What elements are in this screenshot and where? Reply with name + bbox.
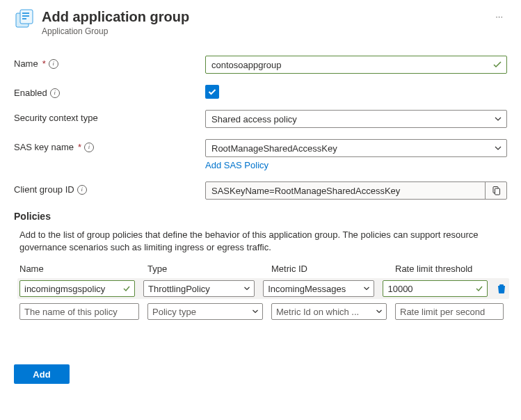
svg-rect-4 (22, 18, 26, 19)
policy-metric-select[interactable] (271, 303, 387, 320)
enabled-label: Enabled i (14, 85, 205, 98)
add-sas-policy-link[interactable]: Add SAS Policy (205, 160, 268, 170)
name-input[interactable]: contosoappgroup (205, 56, 507, 74)
check-icon (492, 60, 502, 70)
col-metric: Metric ID (271, 264, 387, 274)
blade-header: Add application group Application Group … (14, 8, 507, 36)
security-context-type-select[interactable]: Shared access policy (205, 110, 507, 128)
enabled-checkbox[interactable] (205, 85, 219, 99)
name-label: Name* i (14, 56, 205, 69)
header-more-button[interactable]: ··· (491, 8, 507, 24)
col-rate: Rate limit threshold (395, 264, 504, 274)
copy-button[interactable] (485, 182, 506, 199)
info-icon[interactable]: i (77, 185, 87, 195)
delete-icon[interactable] (496, 283, 507, 294)
info-icon[interactable]: i (49, 59, 58, 69)
info-icon[interactable]: i (84, 143, 94, 152)
check-icon (207, 87, 217, 97)
client-group-id-field: SASKeyName=RootManageSharedAccessKey (205, 181, 507, 200)
policy-rate-input[interactable] (395, 303, 504, 320)
svg-rect-6 (495, 188, 500, 195)
chevron-down-icon (243, 285, 250, 292)
svg-rect-3 (22, 15, 29, 17)
policies-description: Add to the list of group policies that d… (19, 229, 507, 254)
policy-type-select[interactable] (147, 303, 263, 320)
table-row (19, 303, 507, 320)
policy-name-input[interactable] (19, 303, 139, 320)
table-row (17, 278, 509, 299)
add-button[interactable]: Add (14, 364, 70, 384)
chevron-down-icon (376, 308, 383, 315)
page-subtitle: Application Group (42, 26, 491, 36)
sas-key-name-select[interactable]: RootManageSharedAccessKey (205, 139, 507, 157)
check-icon (122, 284, 131, 293)
chevron-down-icon (363, 285, 370, 292)
chevron-down-icon (252, 308, 259, 315)
policy-type-select[interactable] (143, 280, 255, 297)
col-type: Type (147, 264, 263, 274)
col-name: Name (19, 264, 139, 274)
client-group-id-label: Client group ID i (14, 181, 205, 195)
policy-name-input[interactable] (19, 280, 135, 297)
policy-rate-input[interactable] (383, 280, 488, 297)
policies-table: Name Type Metric ID Rate limit threshold (19, 264, 507, 320)
policy-metric-select[interactable] (263, 280, 374, 297)
app-group-icon (14, 8, 35, 29)
info-icon[interactable]: i (50, 88, 60, 98)
chevron-down-icon (494, 144, 502, 152)
policies-heading: Policies (14, 211, 507, 222)
check-icon (475, 284, 483, 293)
security-context-type-label: Security context type (14, 110, 205, 123)
page-title: Add application group (42, 8, 491, 25)
chevron-down-icon (494, 115, 502, 123)
policies-header-row: Name Type Metric ID Rate limit threshold (19, 264, 507, 274)
copy-icon (491, 186, 501, 195)
svg-rect-2 (22, 13, 29, 14)
sas-key-name-label: SAS key name* i (14, 139, 205, 152)
